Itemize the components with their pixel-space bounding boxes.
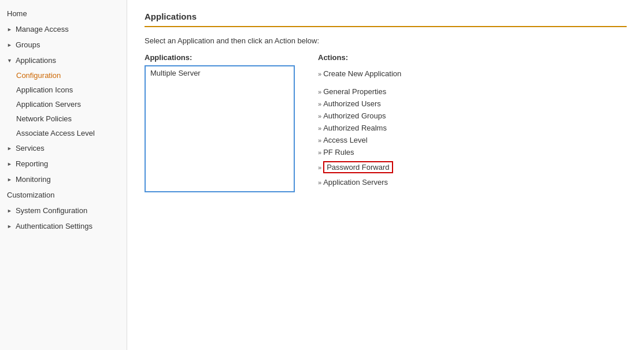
apps-section: Applications: Multiple Server	[145, 53, 295, 192]
application-icons-label: Application Icons	[16, 85, 73, 94]
action-pf-rules[interactable]: » PF Rules	[318, 146, 401, 158]
chevron-icon: »	[318, 149, 321, 156]
action-authorized-groups[interactable]: » Authorized Groups	[318, 110, 401, 122]
chevron-icon: »	[318, 113, 321, 120]
main-content: Applications Select an Application and t…	[127, 0, 644, 350]
services-label: Services	[16, 144, 45, 152]
sidebar-item-customization[interactable]: Customization	[0, 187, 127, 203]
password-forward-label[interactable]: Password Forward	[323, 161, 393, 173]
sidebar-subitem-network-policies[interactable]: Network Policies	[0, 111, 127, 126]
home-label: Home	[7, 9, 27, 18]
action-authorized-realms[interactable]: » Authorized Realms	[318, 122, 401, 134]
sidebar-item-applications[interactable]: ▼ Applications	[0, 53, 127, 68]
reporting-label: Reporting	[16, 159, 48, 168]
sidebar-subitem-application-icons[interactable]: Application Icons	[0, 83, 127, 97]
network-policies-label: Network Policies	[16, 114, 72, 123]
action-password-forward[interactable]: » Password Forward	[318, 159, 401, 175]
apps-label: Applications:	[145, 53, 295, 62]
action-authorized-users[interactable]: » Authorized Users	[318, 98, 401, 110]
customization-label: Customization	[7, 191, 54, 199]
actions-label: Actions:	[318, 53, 401, 62]
sidebar-item-home[interactable]: Home	[0, 6, 127, 21]
sidebar-subitem-application-servers[interactable]: Application Servers	[0, 97, 127, 111]
system-configuration-arrow: ►	[7, 208, 12, 214]
sidebar-subitem-associate-access-level[interactable]: Associate Access Level	[0, 126, 127, 140]
action-create-new-application[interactable]: » Create New Application	[318, 68, 401, 80]
sidebar-item-reporting[interactable]: ► Reporting	[0, 156, 127, 172]
manage-access-label: Manage Access	[16, 25, 69, 33]
chevron-icon: »	[318, 125, 321, 132]
groups-arrow: ►	[7, 42, 12, 48]
monitoring-label: Monitoring	[16, 175, 51, 184]
applications-label: Applications	[16, 56, 56, 65]
action-general-properties[interactable]: » General Properties	[318, 85, 401, 98]
chevron-icon: »	[318, 70, 321, 77]
chevron-icon: »	[318, 137, 321, 144]
reporting-arrow: ►	[7, 161, 12, 167]
chevron-icon: »	[318, 100, 321, 107]
action-spacer	[318, 80, 401, 85]
sidebar: Home ► Manage Access ► Groups ▼ Applicat…	[0, 0, 127, 350]
sidebar-item-authentication-settings[interactable]: ► Authentication Settings	[0, 218, 127, 234]
groups-label: Groups	[16, 40, 40, 49]
action-application-servers-link[interactable]: » Application Servers	[318, 176, 401, 188]
actions-section: Actions: » Create New Application » Gene…	[318, 53, 401, 188]
monitoring-arrow: ►	[7, 177, 12, 183]
chevron-icon: »	[318, 164, 321, 171]
manage-access-arrow: ►	[7, 27, 12, 32]
instruction-text: Select an Application and then click an …	[145, 36, 627, 45]
action-access-level[interactable]: » Access Level	[318, 134, 401, 146]
sidebar-subitem-configuration[interactable]: Configuration	[0, 68, 127, 83]
apps-listbox-item-multiple-server[interactable]: Multiple Server	[146, 66, 294, 80]
application-servers-label: Application Servers	[16, 100, 81, 109]
authentication-settings-label: Authentication Settings	[16, 222, 92, 230]
services-arrow: ►	[7, 146, 12, 151]
apps-listbox[interactable]: Multiple Server	[145, 65, 295, 192]
chevron-icon: »	[318, 88, 321, 95]
authentication-settings-arrow: ►	[7, 224, 12, 229]
sidebar-item-groups[interactable]: ► Groups	[0, 37, 127, 53]
page-title: Applications	[145, 12, 627, 27]
sidebar-item-monitoring[interactable]: ► Monitoring	[0, 172, 127, 187]
chevron-icon: »	[318, 179, 321, 186]
sidebar-item-manage-access[interactable]: ► Manage Access	[0, 21, 127, 37]
sidebar-item-system-configuration[interactable]: ► System Configuration	[0, 203, 127, 218]
system-configuration-label: System Configuration	[16, 206, 87, 215]
associate-access-level-label: Associate Access Level	[16, 129, 95, 137]
configuration-label: Configuration	[16, 71, 61, 80]
applications-arrow: ▼	[7, 58, 12, 64]
sidebar-item-services[interactable]: ► Services	[0, 140, 127, 156]
content-area: Applications: Multiple Server Actions: »…	[145, 53, 627, 192]
